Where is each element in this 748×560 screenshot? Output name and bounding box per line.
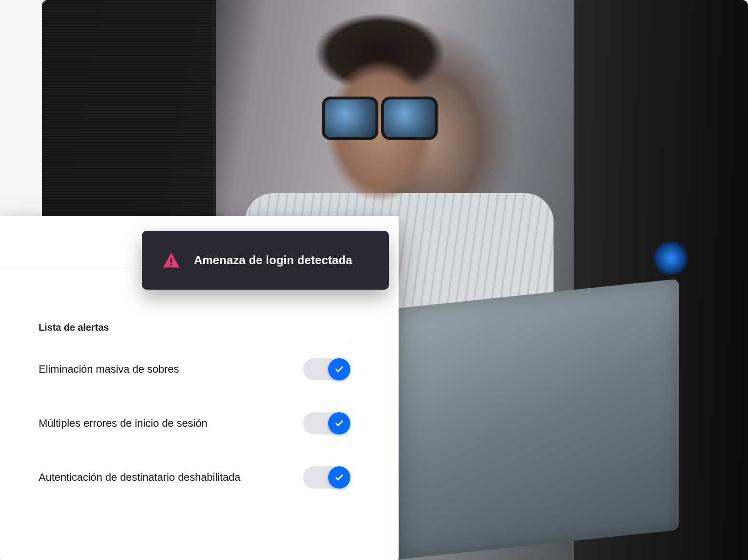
alert-row-auth-disabled: Autenticación de destinatario deshabilit… [39,450,350,504]
server-led-light [651,241,690,275]
alert-label: Autenticación de destinatario deshabilit… [39,471,240,484]
threat-alert-message: Amenaza de login detectada [194,253,352,267]
check-icon [334,364,345,375]
threat-alert-banner: Amenaza de login detectada [142,231,389,290]
alert-label: Eliminación masiva de sobres [39,363,179,376]
person-glasses [322,97,438,135]
alert-toggle-login-errors[interactable] [303,412,350,434]
laptop [380,279,679,560]
alerts-heading: Lista de alertas [39,322,350,342]
check-icon [334,472,345,483]
alert-label: Múltiples errores de inicio de sesión [39,417,208,430]
alerts-section: Lista de alertas Eliminación masiva de s… [39,322,350,504]
check-icon [334,418,345,429]
toggle-knob [328,358,350,380]
alert-row-login-errors: Múltiples errores de inicio de sesión [39,396,350,450]
alert-toggle-bulk-delete[interactable] [303,358,350,380]
alert-toggle-auth-disabled[interactable] [303,466,350,489]
svg-point-1 [170,264,172,266]
warning-triangle-icon [162,251,180,269]
alert-row-bulk-delete: Eliminación masiva de sobres [39,342,350,396]
svg-rect-0 [170,258,172,263]
toggle-knob [328,466,350,489]
toggle-knob [328,412,350,434]
